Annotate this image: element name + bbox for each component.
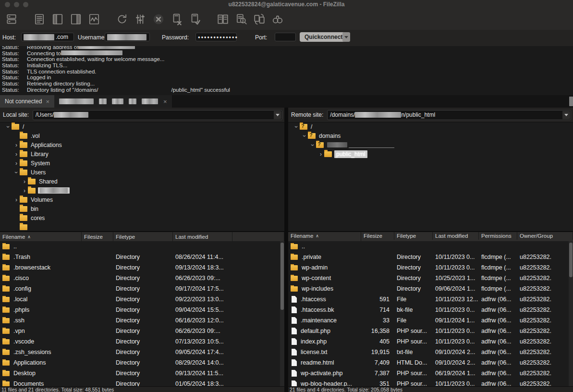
tree-item[interactable]: ›bin xyxy=(0,204,284,213)
tree-item[interactable]: ›domains xyxy=(288,131,573,140)
remote-list-scrollbar[interactable] xyxy=(569,241,573,386)
file-row[interactable]: wp-activate.php7,387PHP sour...06/19/202… xyxy=(288,368,573,379)
expanded-icon[interactable]: › xyxy=(294,123,299,130)
column-header-owner-group[interactable]: Owner/Group xyxy=(517,232,573,240)
scrollbar-thumb[interactable] xyxy=(569,243,573,277)
file-row[interactable]: DesktopDirectory09/13/2024 11:5... xyxy=(0,368,284,379)
tree-item[interactable]: › xyxy=(288,140,573,149)
collapsed-icon[interactable]: › xyxy=(317,152,324,157)
file-row[interactable]: .privateDirectory10/11/2023 0...flcdmpe … xyxy=(288,252,573,262)
remote-site-dropdown[interactable] xyxy=(562,111,570,119)
expanded-icon[interactable]: › xyxy=(6,123,11,130)
file-row[interactable]: .sshDirectory06/16/2023 12:0... xyxy=(0,315,284,326)
file-row[interactable]: .vpnDirectory06/26/2023 09:... xyxy=(0,326,284,336)
tab-scroll-button[interactable] xyxy=(569,97,573,106)
column-header-permissions[interactable]: Permissions xyxy=(479,232,517,240)
file-row[interactable]: .browserstackDirectory09/13/2024 18:3... xyxy=(0,262,284,273)
toggle-transfer-queue-icon[interactable] xyxy=(86,12,102,27)
column-header-filesize[interactable]: Filesize xyxy=(361,232,394,240)
expanded-icon[interactable]: › xyxy=(14,169,19,176)
local-site-dropdown[interactable] xyxy=(274,111,281,119)
file-row[interactable]: index.php405PHP sour...10/11/2023 0...ad… xyxy=(288,336,573,347)
scrollbar-thumb[interactable] xyxy=(280,243,284,310)
disconnect-icon[interactable] xyxy=(169,12,184,27)
tree-item[interactable]: › xyxy=(0,222,284,232)
file-row[interactable]: wp-adminDirectory10/11/2023 0...flcdmpe … xyxy=(288,262,573,273)
file-search-icon[interactable] xyxy=(233,12,249,27)
collapsed-icon[interactable]: › xyxy=(13,161,20,166)
file-row[interactable]: .htaccess591File10/11/2023 12...adfrw (0… xyxy=(288,294,573,305)
filter-icon[interactable] xyxy=(133,12,148,27)
tree-item[interactable]: ›cores xyxy=(0,213,284,222)
file-row[interactable]: wp-contentDirectory10/25/2023 1...flcdmp… xyxy=(288,273,573,283)
toggle-remote-tree-icon[interactable] xyxy=(68,12,84,27)
column-header-last-modified[interactable]: Last modified xyxy=(173,232,232,241)
tab-close-icon[interactable]: × xyxy=(46,98,49,105)
column-header-filetype[interactable]: Filetype xyxy=(113,232,173,241)
file-row[interactable]: .. xyxy=(288,241,573,252)
file-row[interactable]: .localDirectory09/22/2023 13:0... xyxy=(0,294,284,305)
local-site-combobox[interactable]: /Users/ xyxy=(33,110,282,120)
remote-site-combobox[interactable]: /domains/ n/public_html xyxy=(327,110,571,120)
collapsed-icon[interactable]: › xyxy=(21,179,28,184)
cancel-icon[interactable] xyxy=(151,12,166,27)
reconnect-icon[interactable] xyxy=(187,12,203,27)
column-header-last-modified[interactable]: Last modified xyxy=(433,232,479,240)
tree-item[interactable]: ›/ xyxy=(0,122,284,131)
site-manager-icon[interactable] xyxy=(4,12,19,27)
refresh-icon[interactable] xyxy=(114,12,130,27)
file-row[interactable]: .phplsDirectory09/04/2024 15:5... xyxy=(0,305,284,315)
file-row[interactable]: default.php16,358PHP sour...10/11/2023 0… xyxy=(288,326,573,336)
port-input[interactable] xyxy=(275,33,296,41)
collapsed-icon[interactable]: › xyxy=(13,197,20,202)
connection-tab[interactable]: Not connected× xyxy=(0,95,54,108)
username-input[interactable] xyxy=(105,33,150,41)
file-row[interactable]: readme.html7,409HTML Do...09/10/2024 2..… xyxy=(288,357,573,368)
file-row[interactable]: .TrashDirectory08/26/2024 11:4... xyxy=(0,252,284,262)
file-row[interactable]: .. xyxy=(0,241,284,252)
file-row[interactable]: .maintenance33File09/11/2024 1...adfrw (… xyxy=(288,315,573,326)
password-input[interactable]: ●●●●●●●●●●●●● xyxy=(195,33,237,41)
expanded-icon[interactable]: › xyxy=(310,142,315,148)
quickconnect-button[interactable]: Quickconnect xyxy=(300,32,347,42)
tree-item[interactable]: ›Applications xyxy=(0,140,284,149)
file-name: .cisco xyxy=(13,275,29,282)
tree-item[interactable]: ›public_html xyxy=(288,149,573,159)
quickconnect-dropdown-button[interactable] xyxy=(342,32,350,42)
file-row[interactable]: wp-blog-header.p...351PHP sour...10/11/2… xyxy=(288,379,573,386)
find-files-icon[interactable] xyxy=(270,12,285,27)
tree-item[interactable]: ›Volumes xyxy=(0,195,284,204)
expanded-icon[interactable]: › xyxy=(302,133,307,139)
tree-item[interactable]: ›System xyxy=(0,159,284,168)
file-row[interactable]: .configDirectory09/17/2024 17:5... xyxy=(0,283,284,294)
connection-tab[interactable]: × xyxy=(54,95,172,108)
file-row[interactable]: DocumentsDirectory01/05/2024 18:3... xyxy=(0,379,284,386)
collapsed-icon[interactable]: › xyxy=(13,143,20,147)
column-header-filename[interactable]: Filename∧ xyxy=(0,232,82,241)
tree-item[interactable]: ›.vol xyxy=(0,131,284,140)
file-row[interactable]: ApplicationsDirectory08/29/2024 14:0... xyxy=(0,357,284,368)
tree-item[interactable]: › xyxy=(0,186,284,195)
tree-item[interactable]: ›Users xyxy=(0,168,284,177)
file-row[interactable]: .vscodeDirectory07/13/2023 10:5... xyxy=(0,336,284,347)
local-list-scrollbar[interactable] xyxy=(280,241,284,386)
collapsed-icon[interactable]: › xyxy=(13,152,20,157)
collapsed-icon[interactable]: › xyxy=(21,188,28,193)
tree-item[interactable]: ›/ xyxy=(288,122,573,131)
column-header-filename[interactable]: Filename∧ xyxy=(288,232,361,240)
tab-close-icon[interactable]: × xyxy=(163,98,167,105)
toggle-local-tree-icon[interactable] xyxy=(50,12,65,27)
file-row[interactable]: .ciscoDirectory06/26/2023 09:... xyxy=(0,273,284,283)
column-header-filetype[interactable]: Filetype xyxy=(394,232,433,240)
file-row[interactable]: .zsh_sessionsDirectory09/05/2024 17:4... xyxy=(0,347,284,357)
tree-item[interactable]: ›Library xyxy=(0,149,284,159)
file-row[interactable]: wp-includesDirectory09/06/2024 1...flcdm… xyxy=(288,283,573,294)
tree-item[interactable]: ›Shared xyxy=(0,177,284,186)
synchronized-browsing-icon[interactable] xyxy=(252,12,267,27)
host-input[interactable]: .com xyxy=(21,33,74,41)
directory-comparison-icon[interactable] xyxy=(215,12,231,27)
file-row[interactable]: .htaccess.bk714bk-file10/11/2023 0...adf… xyxy=(288,305,573,315)
file-row[interactable]: license.txt19,915txt-file09/10/2024 2...… xyxy=(288,347,573,357)
column-header-filesize[interactable]: Filesize xyxy=(82,232,113,241)
toggle-message-log-icon[interactable] xyxy=(32,12,47,27)
